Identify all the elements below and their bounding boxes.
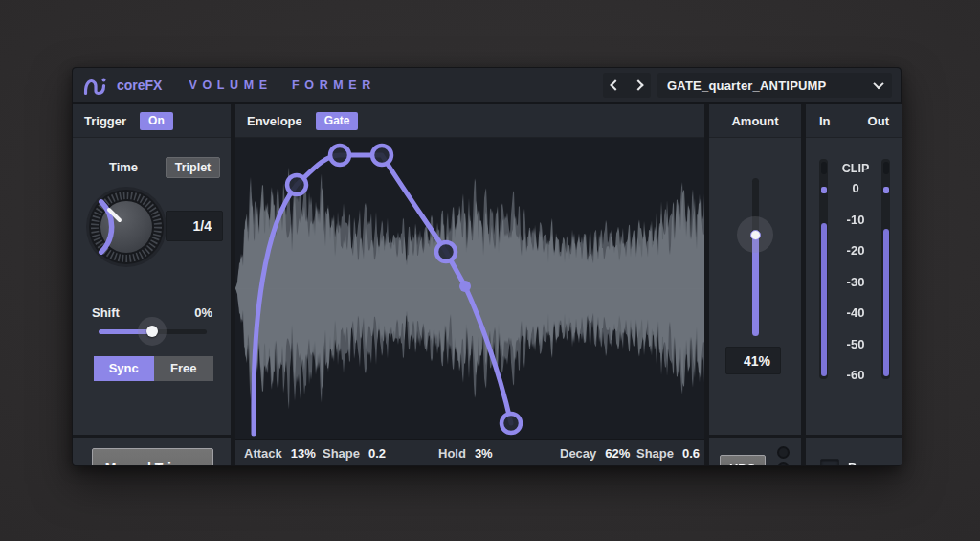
scale-60: -60 — [835, 368, 877, 382]
amount-header-label: Amount — [731, 114, 778, 128]
scale-40: -40 — [835, 305, 877, 320]
decay-midpoint-node[interactable] — [459, 281, 471, 292]
envelope-panel: Envelope Gate Attack 13% Shape 0.2 Hold … — [235, 104, 704, 465]
decay-label: Decay — [560, 446, 596, 461]
in-header-label: In — [819, 114, 831, 128]
trigger-state-badge[interactable]: On — [140, 112, 173, 130]
in-meter-fill — [821, 223, 827, 376]
shift-slider-thumb[interactable] — [146, 326, 158, 337]
hpg-led-2 — [777, 462, 790, 465]
hold-start-node[interactable] — [330, 146, 349, 165]
out-clip-led — [883, 162, 889, 174]
sync-button[interactable]: Sync — [94, 356, 154, 381]
trigger-footer: Manual Trigger — [73, 435, 231, 465]
hpg-button[interactable]: HPG — [720, 455, 766, 465]
envelope-mode-badge[interactable]: Gate — [316, 112, 359, 130]
chevron-down-icon — [873, 79, 883, 89]
trigger-header-label: Trigger — [84, 114, 126, 128]
amount-panel: Amount 41% HPG — [709, 104, 801, 465]
preset-selector[interactable]: GATE_quarter_ANTIPUMP — [657, 73, 892, 98]
param-attack-shape[interactable]: Shape 0.2 — [323, 440, 386, 465]
envelope-header: Envelope Gate — [235, 104, 704, 138]
plugin-window: coreFX VOLUME FORMER GATE_quarter_ANTIPU… — [72, 67, 902, 466]
attack-value[interactable]: 13% — [291, 446, 316, 461]
attack-label: Attack — [244, 446, 282, 461]
scale-10: -10 — [835, 213, 877, 227]
shift-value: 0% — [194, 305, 212, 320]
envelope-display — [235, 138, 704, 439]
amount-body: 41% — [709, 138, 801, 398]
in-clip-led — [821, 162, 827, 174]
hold-label: Hold — [438, 446, 466, 461]
param-decay[interactable]: Decay 62% — [560, 440, 630, 465]
bypass-label: Bypass — [848, 461, 892, 465]
amount-footer: HPG — [709, 435, 801, 465]
scale-20: -20 — [835, 243, 877, 258]
hpg-led-1 — [777, 446, 790, 459]
scale-0: 0 — [835, 181, 877, 195]
chevron-left-icon — [611, 79, 621, 90]
preset-prev-button[interactable] — [606, 75, 625, 96]
preset-controls: GATE_quarter_ANTIPUMP — [603, 73, 901, 98]
free-button[interactable]: Free — [154, 356, 214, 381]
time-value-box[interactable]: 1/4 — [166, 211, 223, 241]
param-attack[interactable]: Attack 13% — [244, 440, 316, 465]
time-knob[interactable] — [85, 186, 167, 268]
decay-shape-value[interactable]: 0.6 — [682, 446, 700, 461]
out-header-label: Out — [868, 114, 889, 128]
envelope-end-node[interactable] — [501, 414, 521, 433]
amount-header: Amount — [709, 104, 801, 138]
envelope-header-label: Envelope — [247, 114, 302, 128]
decay-shape-label: Shape — [636, 446, 674, 461]
param-hold[interactable]: Hold 3% — [438, 440, 493, 465]
hold-value[interactable]: 3% — [475, 446, 493, 461]
corefx-logo-icon — [82, 73, 107, 98]
param-decay-shape[interactable]: Shape 0.6 — [636, 440, 700, 465]
envelope-param-bar: Attack 13% Shape 0.2 Hold 3% Decay 62% S… — [235, 439, 704, 465]
in-meter — [819, 159, 828, 379]
amount-value-box[interactable]: 41% — [725, 347, 781, 374]
meters-footer: Bypass — [806, 435, 902, 465]
clip-label: CLIP — [835, 162, 877, 175]
brand-label: coreFX — [117, 78, 162, 93]
out-meter-fill — [883, 229, 889, 376]
trigger-panel: Trigger On Time Triplet — [73, 104, 231, 465]
decay-shape-node[interactable] — [436, 242, 456, 261]
triplet-button[interactable]: Triplet — [166, 157, 220, 178]
hold-end-node[interactable] — [372, 146, 391, 165]
meters-header: In Out — [806, 104, 902, 138]
bypass-checkbox[interactable] — [820, 459, 839, 465]
preset-nav — [603, 73, 651, 98]
sync-mode-switch: Sync Free — [94, 356, 213, 381]
attack-shape-label: Shape — [323, 446, 360, 461]
decay-value[interactable]: 62% — [605, 446, 630, 461]
preset-name: GATE_quarter_ANTIPUMP — [667, 79, 826, 93]
envelope-curve-editor[interactable] — [235, 138, 704, 439]
shift-slider[interactable] — [99, 326, 207, 337]
out-peak-tick — [883, 187, 889, 193]
meters-panel: In Out CLIP 0 -10 -20 — [806, 104, 902, 465]
scale-50: -50 — [835, 337, 877, 351]
amount-slider-thumb[interactable] — [750, 230, 761, 240]
scale-30: -30 — [835, 275, 877, 289]
attack-shape-node[interactable] — [287, 175, 306, 194]
trigger-header: Trigger On — [73, 104, 231, 138]
trigger-body: Time Triplet — [73, 138, 231, 398]
out-meter — [881, 159, 890, 379]
in-peak-tick — [821, 187, 827, 193]
attack-shape-value[interactable]: 0.2 — [368, 446, 386, 461]
manual-trigger-button[interactable]: Manual Trigger — [92, 448, 213, 465]
panel-columns: Trigger On Time Triplet — [73, 104, 901, 465]
topbar: coreFX VOLUME FORMER GATE_quarter_ANTIPU… — [73, 68, 901, 104]
shift-label: Shift — [92, 305, 120, 320]
time-label: Time — [90, 160, 157, 174]
chevron-right-icon — [633, 79, 643, 90]
preset-next-button[interactable] — [629, 75, 648, 96]
meters-body: CLIP 0 -10 -20 -30 -40 -50 -60 — [806, 138, 902, 398]
plugin-title: VOLUME FORMER — [189, 79, 375, 92]
